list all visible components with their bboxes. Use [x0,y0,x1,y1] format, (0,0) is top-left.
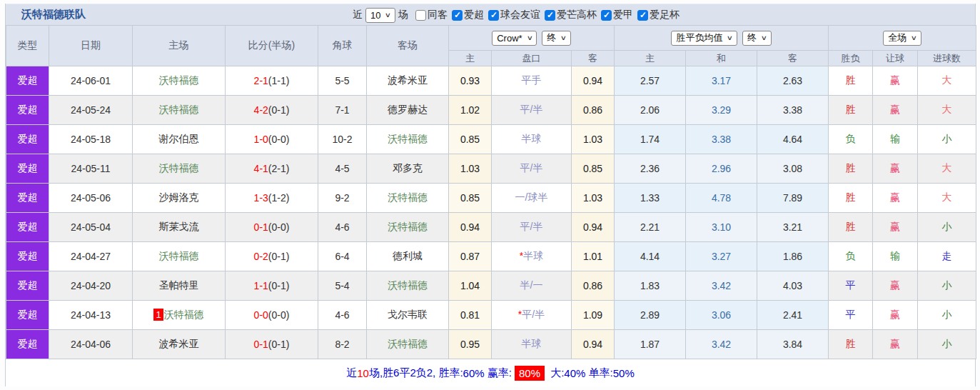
scope-select[interactable]: 全场 ∨ [883,31,921,46]
corner-score: 4-6 [318,213,367,242]
handicap: *半球 [492,242,572,271]
fulltime-score: 1-0 [254,134,268,145]
chevron-down-icon: ∨ [911,34,917,41]
filter-checkbox-爱甲[interactable] [601,10,612,21]
filter-checkbox-同客[interactable] [415,10,426,21]
chevron-down-icon: ∨ [560,34,567,41]
europe-draw-odds: 3.42 [686,271,757,301]
league-filter-list: 同客爱超球会友谊爱芒高杯爱甲爱足杯 [411,9,680,21]
result-badge: 胜 [829,213,873,242]
goals-result: 小 [918,125,976,154]
score: 1-3(1-2) [226,184,318,213]
away-team-name: 沃特福德 [388,133,428,144]
filter-label: 同客 [428,9,448,20]
handicap: 平/半 [492,213,572,242]
fulltime-score: 4-1 [254,163,268,174]
col-header-away: 客场 [367,26,449,66]
company-odds-time-select[interactable]: 终 ∨ [542,31,571,46]
chevron-down-icon: ∨ [727,34,733,41]
company-home-odds: 1.02 [449,96,492,125]
recent-label: 近 [350,9,365,21]
europe-home-odds: 1.33 [615,184,686,213]
away-team-name: 德利城 [393,250,423,261]
summary-single-rate: 50% [613,367,635,379]
home-team: 1沃特福德 [133,301,226,330]
away-team: 沃特福德 [367,213,449,242]
subheader-company-away: 客 [572,51,615,66]
match-row: 爱超24-04-06波希米亚0-1(0-1)8-2沃特福德0.95半球0.941… [6,330,976,359]
filter-label: 爱足杯 [650,9,680,20]
recent-count-select[interactable]: 10 ∨ [365,8,395,23]
away-team-name: 沃特福德 [388,338,428,349]
home-team: 谢尔伯恩 [133,125,226,154]
halftime-score: (0-0) [268,134,290,145]
match-date: 24-04-06 [49,330,133,359]
away-team: 邓多克 [367,154,449,184]
handicap-result: 输 [873,242,918,271]
stats-panel: 沃特福德联队 近 10 ∨ 场 同客爱超球会友谊爱芒高杯爱甲爱足杯 类型 日期 … [5,4,976,386]
summary-single-label: 单率: [585,366,612,380]
europe-away-odds: 3.84 [757,330,829,359]
subheader-europe-away: 客 [757,51,829,66]
europe-odds-select[interactable]: 胜平负均值 ∨ [671,31,737,46]
subheader-europe-home: 主 [615,51,686,66]
filter-checkbox-爱足杯[interactable] [637,10,648,21]
score: 2-1(1-1) [226,66,318,96]
subheader-result: 胜负 [829,51,873,66]
company-home-odds: 0.95 [449,330,492,359]
home-team-name: 谢尔伯恩 [159,133,199,144]
match-type-cell: 爱超 [6,184,49,213]
filter-checkbox-球会友谊[interactable] [488,10,499,21]
match-type-cell: 爱超 [6,242,49,271]
home-team: 沙姆洛克 [133,184,226,213]
filter-label: 爱芒高杯 [557,9,597,20]
goals-result: 小 [918,330,976,359]
title-bar: 沃特福德联队 近 10 ∨ 场 同客爱超球会友谊爱芒高杯爱甲爱足杯 [6,4,975,25]
score: 4-2(0-1) [226,96,318,125]
corner-score: 10-2 [318,125,367,154]
corner-score: 7-1 [318,96,367,125]
odds-company-select[interactable]: Crow* ∨ [492,31,537,46]
away-team-name: 德罗赫达 [388,104,428,115]
col-header-type: 类型 [6,26,49,66]
handicap: 平手 [492,66,572,96]
chevron-down-icon: ∨ [761,34,767,41]
fulltime-score: 2-1 [254,75,268,86]
result-badge: 胜 [829,96,873,125]
filter-checkbox-爱芒高杯[interactable] [545,10,555,21]
match-row: 爱超24-05-04斯莱戈流0-1(0-0)4-6沃特福德0.94平/半0.94… [6,213,976,242]
handicap-text: 半/一 [520,279,543,291]
europe-draw-odds: 3.06 [686,301,757,330]
europe-away-odds: 3.21 [757,213,829,242]
europe-draw-odds: 4.78 [686,184,757,213]
company-home-odds: 0.93 [449,66,492,96]
corner-score: 8-2 [318,330,367,359]
company-away-odds: 0.86 [572,96,615,125]
home-team: 沃特福德 [133,154,226,184]
home-team: 斯莱戈流 [133,213,226,242]
away-team: 沃特福德 [367,271,449,301]
matches-table: 类型 日期 主场 比分(半场) 角球 客场 Crow* ∨ 终 ∨ [6,25,976,359]
away-team-name: 邓多克 [393,162,423,174]
europe-away-odds: 2.41 [757,301,829,330]
europe-home-odds: 2.89 [615,301,686,330]
handicap-text: 半球 [522,133,542,144]
company-home-odds: 0.87 [449,242,492,271]
home-team-name: 沃特福德 [159,74,199,86]
match-date: 24-05-06 [49,184,133,213]
europe-draw-odds: 2.96 [686,154,757,184]
match-date: 24-04-13 [49,301,133,330]
europe-home-odds: 2.21 [615,213,686,242]
filter-checkbox-爱超[interactable] [452,10,463,21]
subheader-europe-draw: 和 [686,51,757,66]
filter-controls: 近 10 ∨ 场 同客爱超球会友谊爱芒高杯爱甲爱足杯 [350,4,680,26]
match-date: 24-05-04 [49,213,133,242]
europe-home-odds: 2.06 [615,96,686,125]
company-away-odds: 0.86 [572,271,615,301]
company-away-odds: 1.03 [572,184,615,213]
match-row: 爱超24-04-131沃特福德0-0(0-0)4-6戈尔韦联0.81*平/半1.… [6,301,976,330]
match-type-cell: 爱超 [6,330,49,359]
match-row: 爱超24-04-27沃特福德0-2(0-1)6-4德利城0.87*半球1.014… [6,242,976,271]
europe-odds-time-select[interactable]: 终 ∨ [742,31,772,46]
result-badge: 平 [829,301,873,330]
